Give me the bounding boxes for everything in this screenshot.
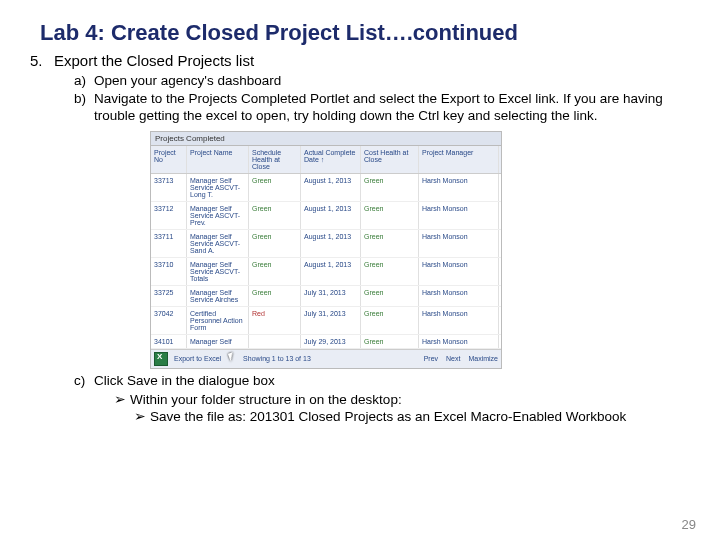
maximize-link[interactable]: Maximize: [468, 355, 498, 362]
export-to-excel-link[interactable]: Export to Excel: [174, 355, 221, 362]
col-complete-date: Actual Complete Date ↑: [301, 146, 361, 173]
table-row: 33712Manager Self Service ASCVT- Prev.Gr…: [151, 202, 501, 230]
step-number: 5.: [30, 52, 54, 69]
showing-label: Showing 1 to 13 of 13: [243, 355, 311, 362]
page-title: Lab 4: Create Closed Project List….conti…: [40, 20, 690, 46]
substep-body: Open your agency's dashboard: [94, 73, 690, 90]
step-text: Export the Closed Projects list: [54, 52, 254, 69]
arrow-icon: ➢: [134, 409, 150, 426]
substep-body: Navigate to the Projects Completed Portl…: [94, 91, 690, 125]
col-project-name: Project Name: [187, 146, 249, 173]
table-row: 33713Manager Self Service ASCVT- Long T.…: [151, 174, 501, 202]
table-row: 33710Manager Self Service ASCVT- TotalsG…: [151, 258, 501, 286]
substep-body: Click Save in the dialogue box ➢ Within …: [94, 373, 690, 428]
page-number: 29: [682, 517, 696, 532]
portlet-title: Projects Completed: [151, 132, 501, 146]
table-row: 34101Manager SelfJuly 29, 2013GreenHarsh…: [151, 335, 501, 349]
portlet-body: 33713Manager Self Service ASCVT- Long T.…: [151, 174, 501, 349]
bullet-level-1: ➢ Within your folder structure in on the…: [114, 392, 690, 409]
table-row: 33725Manager Self Service AirchesGreenJu…: [151, 286, 501, 307]
col-project-no: Project No: [151, 146, 187, 173]
prev-link[interactable]: Prev: [424, 355, 438, 362]
col-schedule-health: Schedule Health at Close: [249, 146, 301, 173]
step-5: 5. Export the Closed Projects list: [30, 52, 690, 69]
substep-c: c) Click Save in the dialogue box ➢ With…: [74, 373, 690, 428]
col-cost-health: Cost Health at Close: [361, 146, 419, 173]
substep-letter: a): [74, 73, 94, 90]
table-row: 33711Manager Self Service ASCVT- Sand A.…: [151, 230, 501, 258]
excel-icon: [154, 352, 168, 366]
bullet-level-2: ➢ Save the file as: 201301 Closed Projec…: [134, 409, 690, 426]
portlet-footer: Export to Excel Showing 1 to 13 of 13 Pr…: [151, 349, 501, 368]
portlet-screenshot: Projects Completed Project No Project Na…: [150, 131, 502, 369]
substep-a: a) Open your agency's dashboard: [74, 73, 690, 90]
col-project-manager: Project Manager: [419, 146, 499, 173]
substep-letter: b): [74, 91, 94, 125]
portlet-header-row: Project No Project Name Schedule Health …: [151, 146, 501, 174]
substep-letter: c): [74, 373, 94, 428]
substep-b: b) Navigate to the Projects Completed Po…: [74, 91, 690, 125]
cursor-icon: [227, 352, 237, 366]
arrow-icon: ➢: [114, 392, 130, 409]
next-link[interactable]: Next: [446, 355, 460, 362]
table-row: 37042Certified Personnel Action FormRedJ…: [151, 307, 501, 335]
